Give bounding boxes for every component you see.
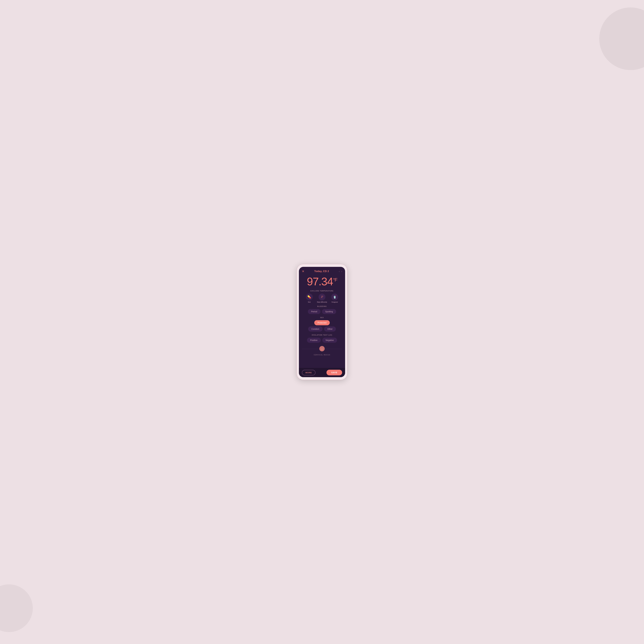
screen-content: ✕ Today, CD 2 ‹ › 97.34°F EXCLUDE TEMPER… xyxy=(299,267,345,368)
more-button[interactable]: MORE xyxy=(302,370,315,375)
sex-label: SEX xyxy=(302,317,342,318)
exclude-item-hungover[interactable]: 🥤 Hungover xyxy=(331,294,338,303)
sex-sub-options: Condom Other xyxy=(302,326,342,332)
bleeding-label: BLEEDING xyxy=(302,306,342,307)
ovulation-section: OVULATION TEST (LH) Positive Negative xyxy=(299,334,345,345)
ovulation-label: OVULATION TEST (LH) xyxy=(302,334,342,336)
bg-circle-left xyxy=(0,584,33,632)
bleeding-section: BLEEDING Period Spotting xyxy=(299,306,345,316)
nav-forward-button[interactable]: › xyxy=(341,270,342,273)
header: ✕ Today, CD 2 ‹ › xyxy=(299,267,345,275)
bottom-bar: MORE SAVE xyxy=(299,368,345,377)
phone-screen: ✕ Today, CD 2 ‹ › 97.34°F EXCLUDE TEMPER… xyxy=(299,267,345,377)
sick-label: Sick xyxy=(308,301,311,303)
spotting-button[interactable]: Spotting xyxy=(322,309,336,314)
divider-section: ⌄ xyxy=(299,345,345,353)
temperature-display: 97.34°F xyxy=(302,276,342,287)
negative-button[interactable]: Negative xyxy=(322,338,337,343)
bleeding-options: Period Spotting xyxy=(302,309,342,314)
hungover-label: Hungover xyxy=(332,301,338,303)
sex-protected-row: Protected xyxy=(302,320,342,325)
cervical-mucus-label: CERVICAL MUCUS xyxy=(299,353,345,357)
exclude-item-slept-differently[interactable]: ZZ Slept differently xyxy=(317,294,327,303)
condom-button[interactable]: Condom xyxy=(308,326,323,332)
exclude-icons-row: 💊 Sick ZZ Slept differently 🥤 Hungover xyxy=(302,294,342,303)
close-button[interactable]: ✕ xyxy=(302,270,304,273)
hungover-icon: 🥤 xyxy=(331,294,338,300)
slept-differently-label: Slept differently xyxy=(317,301,327,303)
nav-back-button[interactable]: ‹ xyxy=(339,270,340,273)
protected-button[interactable]: Protected xyxy=(314,320,330,325)
positive-button[interactable]: Positive xyxy=(307,338,321,343)
temperature-value: 97.34 xyxy=(307,275,333,288)
exclude-temperature-label: EXCLUDE TEMPERATURE xyxy=(302,290,342,292)
header-title: Today, CD 2 xyxy=(314,270,329,273)
expand-button[interactable]: ⌄ xyxy=(319,346,325,351)
bg-circle-right xyxy=(599,7,644,70)
exclude-item-sick[interactable]: 💊 Sick xyxy=(306,294,313,303)
save-button[interactable]: SAVE xyxy=(326,370,342,375)
sex-section: SEX Protected Condom Other xyxy=(299,317,345,334)
other-button[interactable]: Other xyxy=(324,326,336,332)
ovulation-options: Positive Negative xyxy=(302,338,342,343)
sick-icon: 💊 xyxy=(306,294,313,300)
slept-differently-icon: ZZ xyxy=(319,294,325,300)
temperature-section: 97.34°F xyxy=(299,275,345,290)
period-button[interactable]: Period xyxy=(308,309,320,314)
header-nav: ‹ › xyxy=(339,270,342,273)
phone-frame: ✕ Today, CD 2 ‹ › 97.34°F EXCLUDE TEMPER… xyxy=(297,264,347,380)
exclude-temperature-section: EXCLUDE TEMPERATURE 💊 Sick ZZ Slept diff… xyxy=(299,290,345,305)
temperature-unit: °F xyxy=(333,277,337,282)
